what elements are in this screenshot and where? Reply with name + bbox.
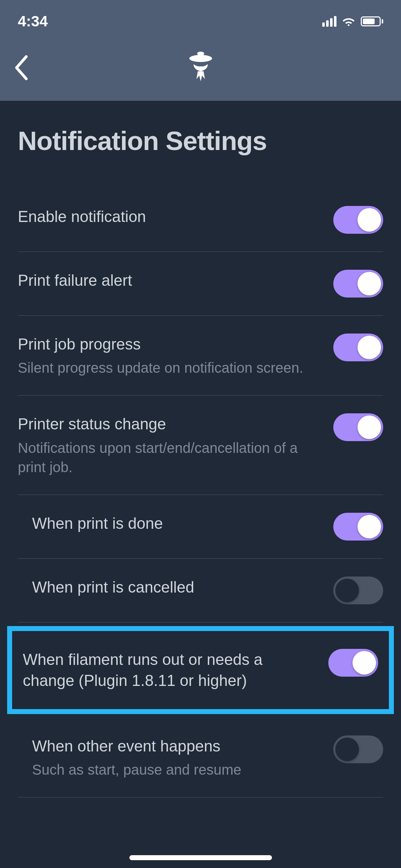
- svg-point-2: [197, 52, 204, 55]
- setting-description: Notifications upon start/end/cancellatio…: [18, 438, 319, 477]
- setting-text: When print is cancelled: [32, 577, 333, 598]
- settings-content: Notification Settings Enable notificatio…: [0, 101, 401, 797]
- toggle-knob: [358, 336, 381, 359]
- setting-label: When other event happens: [32, 735, 319, 756]
- cellular-signal-icon: [322, 16, 336, 27]
- app-logo-icon: [183, 50, 219, 87]
- setting-text: When other event happensSuch as start, p…: [32, 735, 333, 779]
- toggle-knob: [358, 515, 381, 538]
- toggle-switch[interactable]: [333, 270, 383, 298]
- settings-list: Enable notificationPrint failure alertPr…: [18, 188, 383, 797]
- setting-description: Such as start, pause and resume: [32, 760, 319, 779]
- toggle-switch[interactable]: [333, 334, 383, 361]
- setting-row: Printer status changeNotifications upon …: [18, 396, 383, 495]
- toggle-knob: [358, 272, 381, 295]
- setting-label: Enable notification: [18, 206, 319, 227]
- setting-description: Silent progress update on notification s…: [18, 358, 319, 377]
- setting-label: Printer status change: [18, 413, 319, 434]
- setting-text: Print failure alert: [18, 270, 333, 291]
- toggle-switch[interactable]: [333, 206, 383, 234]
- status-icons: [322, 15, 383, 27]
- toggle-switch[interactable]: [333, 413, 383, 441]
- setting-label: Print failure alert: [18, 270, 319, 291]
- page-title: Notification Settings: [18, 126, 383, 156]
- setting-label: When print is cancelled: [32, 577, 319, 598]
- setting-text: When print is done: [32, 513, 333, 534]
- setting-row: Enable notification: [18, 188, 383, 252]
- setting-row: When print is cancelled: [18, 559, 383, 622]
- setting-row: Print failure alert: [18, 252, 383, 316]
- setting-row: When other event happensSuch as start, p…: [18, 718, 383, 797]
- setting-label: When filament runs out or needs a change…: [23, 649, 314, 691]
- toggle-knob: [335, 579, 359, 602]
- setting-row: When print is done: [18, 495, 383, 559]
- toggle-switch[interactable]: [333, 735, 383, 763]
- nav-bar: [0, 36, 401, 101]
- svg-point-4: [203, 63, 206, 66]
- toggle-knob: [358, 415, 381, 439]
- setting-row: Print job progressSilent progress update…: [18, 316, 383, 396]
- toggle-knob: [358, 208, 381, 232]
- back-button[interactable]: [14, 55, 29, 82]
- svg-point-3: [196, 63, 199, 66]
- toggle-switch[interactable]: [333, 577, 383, 604]
- status-time: 4:34: [18, 13, 48, 30]
- setting-text: When filament runs out or needs a change…: [23, 649, 328, 691]
- setting-text: Enable notification: [18, 206, 333, 227]
- wifi-icon: [341, 15, 356, 27]
- setting-text: Printer status changeNotifications upon …: [18, 413, 333, 476]
- setting-label: When print is done: [32, 513, 319, 534]
- toggle-switch[interactable]: [328, 649, 378, 677]
- home-indicator[interactable]: [129, 855, 272, 860]
- setting-label: Print job progress: [18, 334, 319, 355]
- setting-row: When filament runs out or needs a change…: [7, 626, 394, 714]
- battery-icon: [361, 16, 383, 26]
- setting-text: Print job progressSilent progress update…: [18, 334, 333, 377]
- toggle-knob: [335, 738, 359, 761]
- toggle-switch[interactable]: [333, 513, 383, 541]
- toggle-knob: [353, 651, 376, 675]
- status-bar: 4:34: [0, 0, 401, 36]
